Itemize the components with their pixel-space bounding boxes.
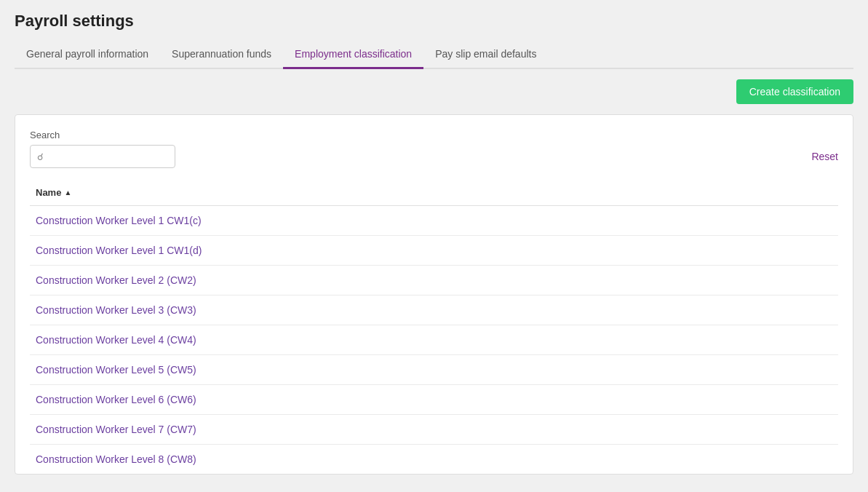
tab-employment[interactable]: Employment classification [283,42,423,69]
row-name-link[interactable]: Construction Worker Level 5 (CW5) [36,364,196,376]
search-row: ☌ Reset [30,145,838,168]
tab-superannuation[interactable]: Superannuation funds [160,42,283,69]
toolbar: Create classification [15,69,853,114]
tab-payslip[interactable]: Pay slip email defaults [423,42,548,69]
page-title: Payroll settings [15,12,853,31]
search-input[interactable] [30,145,175,168]
column-name-header: Name ▲ [36,187,71,198]
row-name-link[interactable]: Construction Worker Level 4 (CW4) [36,334,196,346]
row-name-link[interactable]: Construction Worker Level 6 (CW6) [36,394,196,405]
content-card: Search ☌ Reset Name ▲ Construction Worke… [15,114,853,475]
table-rows-container: Construction Worker Level 1 CW1(c)Constr… [30,206,838,474]
tab-general[interactable]: General payroll information [15,42,160,69]
table-row[interactable]: Construction Worker Level 8 (CW8) [30,445,838,474]
table-row[interactable]: Construction Worker Level 4 (CW4) [30,325,838,355]
row-name-link[interactable]: Construction Worker Level 8 (CW8) [36,453,196,465]
table-section: Name ▲ Construction Worker Level 1 CW1(c… [30,180,838,474]
row-name-link[interactable]: Construction Worker Level 2 (CW2) [36,274,196,286]
table-row[interactable]: Construction Worker Level 1 CW1(c) [30,206,838,236]
page-container: Payroll settings General payroll informa… [0,0,868,492]
table-header: Name ▲ [30,180,838,206]
table-row[interactable]: Construction Worker Level 6 (CW6) [30,385,838,415]
row-name-link[interactable]: Construction Worker Level 1 CW1(d) [36,245,202,256]
table-row[interactable]: Construction Worker Level 2 (CW2) [30,266,838,295]
reset-link[interactable]: Reset [811,151,838,162]
table-row[interactable]: Construction Worker Level 3 (CW3) [30,295,838,325]
search-label: Search [30,130,838,140]
table-row[interactable]: Construction Worker Level 7 (CW7) [30,415,838,445]
row-name-link[interactable]: Construction Worker Level 1 CW1(c) [36,215,202,226]
table-row[interactable]: Construction Worker Level 5 (CW5) [30,355,838,385]
search-section: Search ☌ Reset [30,130,838,168]
search-input-wrapper: ☌ [30,145,175,168]
table-row[interactable]: Construction Worker Level 1 CW1(d) [30,236,838,266]
row-name-link[interactable]: Construction Worker Level 7 (CW7) [36,424,196,435]
create-classification-button[interactable]: Create classification [736,79,853,104]
row-name-link[interactable]: Construction Worker Level 3 (CW3) [36,304,196,316]
tabs-bar: General payroll information Superannuati… [15,42,853,69]
sort-arrow-icon: ▲ [64,189,71,197]
